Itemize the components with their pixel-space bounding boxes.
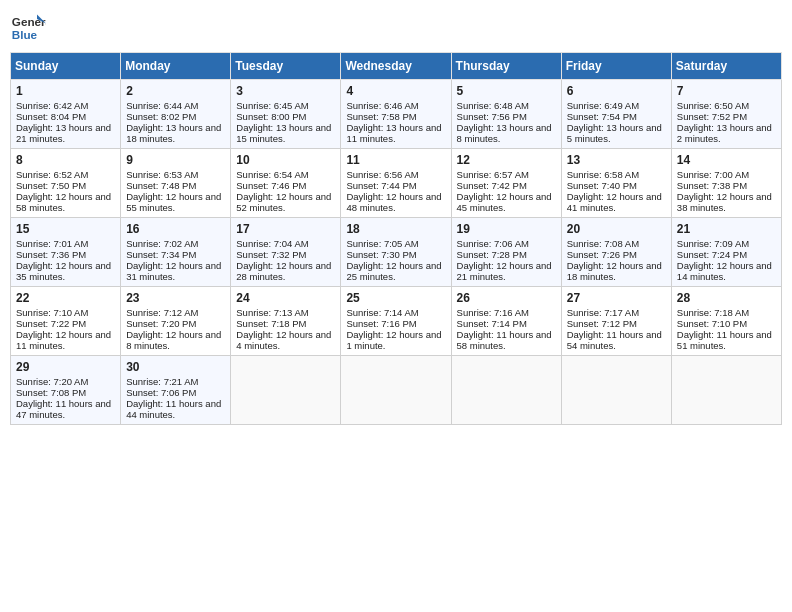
day-number: 10 — [236, 153, 335, 167]
sunrise-label: Sunrise: 6:54 AM — [236, 169, 308, 180]
day-number: 24 — [236, 291, 335, 305]
day-cell-1: 1Sunrise: 6:42 AMSunset: 8:04 PMDaylight… — [11, 80, 121, 149]
sunrise-label: Sunrise: 7:10 AM — [16, 307, 88, 318]
day-cell-5: 5Sunrise: 6:48 AMSunset: 7:56 PMDaylight… — [451, 80, 561, 149]
daylight-label: Daylight: 13 hours and 5 minutes. — [567, 122, 662, 144]
day-number: 6 — [567, 84, 666, 98]
sunrise-label: Sunrise: 7:14 AM — [346, 307, 418, 318]
day-cell-28: 28Sunrise: 7:18 AMSunset: 7:10 PMDayligh… — [671, 287, 781, 356]
day-number: 14 — [677, 153, 776, 167]
sunset-label: Sunset: 7:38 PM — [677, 180, 747, 191]
daylight-label: Daylight: 13 hours and 11 minutes. — [346, 122, 441, 144]
day-cell-21: 21Sunrise: 7:09 AMSunset: 7:24 PMDayligh… — [671, 218, 781, 287]
calendar-table: SundayMondayTuesdayWednesdayThursdayFrid… — [10, 52, 782, 425]
day-cell-17: 17Sunrise: 7:04 AMSunset: 7:32 PMDayligh… — [231, 218, 341, 287]
day-number: 4 — [346, 84, 445, 98]
sunset-label: Sunset: 7:36 PM — [16, 249, 86, 260]
logo-icon: General Blue — [10, 10, 46, 46]
day-number: 29 — [16, 360, 115, 374]
daylight-label: Daylight: 13 hours and 21 minutes. — [16, 122, 111, 144]
empty-cell — [341, 356, 451, 425]
daylight-label: Daylight: 12 hours and 41 minutes. — [567, 191, 662, 213]
sunrise-label: Sunrise: 7:18 AM — [677, 307, 749, 318]
day-cell-30: 30Sunrise: 7:21 AMSunset: 7:06 PMDayligh… — [121, 356, 231, 425]
day-cell-14: 14Sunrise: 7:00 AMSunset: 7:38 PMDayligh… — [671, 149, 781, 218]
day-number: 23 — [126, 291, 225, 305]
daylight-label: Daylight: 11 hours and 54 minutes. — [567, 329, 662, 351]
header: General Blue — [10, 10, 782, 46]
empty-cell — [231, 356, 341, 425]
daylight-label: Daylight: 12 hours and 58 minutes. — [16, 191, 111, 213]
sunset-label: Sunset: 7:06 PM — [126, 387, 196, 398]
sunrise-label: Sunrise: 7:00 AM — [677, 169, 749, 180]
sunrise-label: Sunrise: 7:13 AM — [236, 307, 308, 318]
day-number: 27 — [567, 291, 666, 305]
day-cell-12: 12Sunrise: 6:57 AMSunset: 7:42 PMDayligh… — [451, 149, 561, 218]
daylight-label: Daylight: 12 hours and 35 minutes. — [16, 260, 111, 282]
day-cell-29: 29Sunrise: 7:20 AMSunset: 7:08 PMDayligh… — [11, 356, 121, 425]
sunrise-label: Sunrise: 6:58 AM — [567, 169, 639, 180]
sunset-label: Sunset: 7:30 PM — [346, 249, 416, 260]
sunset-label: Sunset: 7:08 PM — [16, 387, 86, 398]
day-cell-9: 9Sunrise: 6:53 AMSunset: 7:48 PMDaylight… — [121, 149, 231, 218]
day-cell-6: 6Sunrise: 6:49 AMSunset: 7:54 PMDaylight… — [561, 80, 671, 149]
daylight-label: Daylight: 12 hours and 45 minutes. — [457, 191, 552, 213]
day-cell-18: 18Sunrise: 7:05 AMSunset: 7:30 PMDayligh… — [341, 218, 451, 287]
day-cell-11: 11Sunrise: 6:56 AMSunset: 7:44 PMDayligh… — [341, 149, 451, 218]
sunrise-label: Sunrise: 6:53 AM — [126, 169, 198, 180]
sunrise-label: Sunrise: 7:16 AM — [457, 307, 529, 318]
day-cell-10: 10Sunrise: 6:54 AMSunset: 7:46 PMDayligh… — [231, 149, 341, 218]
day-number: 28 — [677, 291, 776, 305]
day-header-tuesday: Tuesday — [231, 53, 341, 80]
sunset-label: Sunset: 7:40 PM — [567, 180, 637, 191]
empty-cell — [671, 356, 781, 425]
daylight-label: Daylight: 12 hours and 18 minutes. — [567, 260, 662, 282]
day-number: 21 — [677, 222, 776, 236]
day-cell-25: 25Sunrise: 7:14 AMSunset: 7:16 PMDayligh… — [341, 287, 451, 356]
sunrise-label: Sunrise: 6:46 AM — [346, 100, 418, 111]
sunrise-label: Sunrise: 6:52 AM — [16, 169, 88, 180]
day-number: 3 — [236, 84, 335, 98]
day-number: 17 — [236, 222, 335, 236]
sunrise-label: Sunrise: 7:21 AM — [126, 376, 198, 387]
sunset-label: Sunset: 8:00 PM — [236, 111, 306, 122]
sunset-label: Sunset: 7:26 PM — [567, 249, 637, 260]
day-cell-16: 16Sunrise: 7:02 AMSunset: 7:34 PMDayligh… — [121, 218, 231, 287]
daylight-label: Daylight: 12 hours and 52 minutes. — [236, 191, 331, 213]
daylight-label: Daylight: 12 hours and 11 minutes. — [16, 329, 111, 351]
day-number: 15 — [16, 222, 115, 236]
day-number: 20 — [567, 222, 666, 236]
day-cell-27: 27Sunrise: 7:17 AMSunset: 7:12 PMDayligh… — [561, 287, 671, 356]
empty-cell — [561, 356, 671, 425]
sunrise-label: Sunrise: 6:49 AM — [567, 100, 639, 111]
daylight-label: Daylight: 11 hours and 58 minutes. — [457, 329, 552, 351]
day-cell-20: 20Sunrise: 7:08 AMSunset: 7:26 PMDayligh… — [561, 218, 671, 287]
daylight-label: Daylight: 12 hours and 1 minute. — [346, 329, 441, 351]
daylight-label: Daylight: 12 hours and 4 minutes. — [236, 329, 331, 351]
day-cell-4: 4Sunrise: 6:46 AMSunset: 7:58 PMDaylight… — [341, 80, 451, 149]
sunrise-label: Sunrise: 7:05 AM — [346, 238, 418, 249]
sunset-label: Sunset: 7:22 PM — [16, 318, 86, 329]
sunrise-label: Sunrise: 7:02 AM — [126, 238, 198, 249]
sunset-label: Sunset: 7:16 PM — [346, 318, 416, 329]
day-number: 1 — [16, 84, 115, 98]
daylight-label: Daylight: 12 hours and 25 minutes. — [346, 260, 441, 282]
sunset-label: Sunset: 7:48 PM — [126, 180, 196, 191]
sunrise-label: Sunrise: 6:48 AM — [457, 100, 529, 111]
daylight-label: Daylight: 13 hours and 8 minutes. — [457, 122, 552, 144]
day-header-monday: Monday — [121, 53, 231, 80]
daylight-label: Daylight: 13 hours and 2 minutes. — [677, 122, 772, 144]
daylight-label: Daylight: 13 hours and 15 minutes. — [236, 122, 331, 144]
day-cell-3: 3Sunrise: 6:45 AMSunset: 8:00 PMDaylight… — [231, 80, 341, 149]
daylight-label: Daylight: 11 hours and 51 minutes. — [677, 329, 772, 351]
day-number: 7 — [677, 84, 776, 98]
empty-cell — [451, 356, 561, 425]
day-number: 26 — [457, 291, 556, 305]
sunrise-label: Sunrise: 7:09 AM — [677, 238, 749, 249]
daylight-label: Daylight: 13 hours and 18 minutes. — [126, 122, 221, 144]
day-cell-22: 22Sunrise: 7:10 AMSunset: 7:22 PMDayligh… — [11, 287, 121, 356]
sunset-label: Sunset: 7:56 PM — [457, 111, 527, 122]
day-cell-15: 15Sunrise: 7:01 AMSunset: 7:36 PMDayligh… — [11, 218, 121, 287]
daylight-label: Daylight: 12 hours and 31 minutes. — [126, 260, 221, 282]
sunset-label: Sunset: 7:44 PM — [346, 180, 416, 191]
